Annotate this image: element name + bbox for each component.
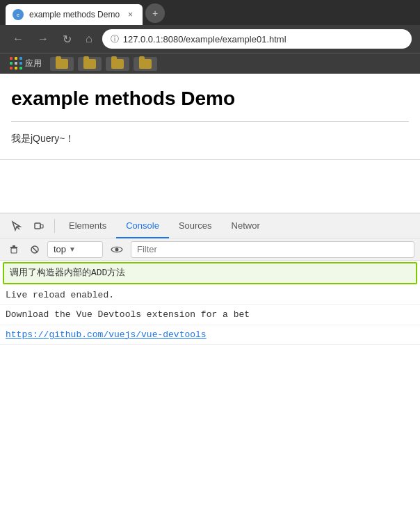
console-entry-2: Download the Vue Devtools extension for …	[0, 305, 420, 325]
svg-rect-4	[40, 225, 43, 228]
page-area: example methods Demo 我是jQuery~！	[0, 74, 420, 213]
home-button[interactable]: ⌂	[81, 30, 97, 48]
svg-text:e: e	[17, 13, 19, 17]
console-entry-text-0: 调用了构造器内部的ADD方法	[10, 266, 125, 280]
bookmark-item-4[interactable]	[134, 57, 157, 71]
devtools-toolbar: Elements Console Sources Networ	[0, 213, 420, 238]
context-selector[interactable]: top ▼	[47, 241, 103, 258]
browser-chrome: e example methods Demo × + ← → ↻ ⌂ ⓘ 127…	[0, 0, 420, 74]
console-entry-3: https://github.com/vuejs/vue-devtools	[0, 325, 420, 345]
context-text: top	[54, 244, 66, 254]
tab-sources[interactable]: Sources	[169, 213, 222, 238]
bookmark-item-3[interactable]	[106, 57, 129, 71]
svg-line-8	[33, 247, 38, 252]
apps-button[interactable]: 应用	[6, 56, 46, 72]
url-text: 127.0.0.1:8080/example/example01.html	[123, 34, 403, 44]
tab-title: example methods Demo	[29, 10, 120, 19]
console-entry-text-2: Download the Vue Devtools extension for …	[6, 308, 250, 322]
clear-console-button[interactable]	[6, 241, 22, 258]
block-console-button[interactable]	[26, 241, 43, 258]
console-entry-text-1: Live reload enabled.	[6, 288, 114, 302]
url-security-icon: ⓘ	[111, 33, 119, 45]
svg-marker-5	[10, 245, 17, 248]
device-toolbar-button[interactable]	[28, 215, 50, 236]
new-tab-button[interactable]: +	[145, 3, 165, 23]
bookmark-folder-icon	[56, 59, 68, 69]
back-button[interactable]: ←	[8, 30, 28, 48]
tab-console[interactable]: Console	[116, 213, 169, 238]
svg-point-9	[115, 247, 119, 251]
tab-close-button[interactable]: ×	[125, 8, 136, 21]
tab-elements[interactable]: Elements	[59, 213, 116, 238]
apps-grid-icon	[10, 57, 23, 70]
console-toolbar: top ▼	[0, 238, 420, 261]
filter-input[interactable]	[131, 241, 414, 258]
tab-bar: e example methods Demo × +	[0, 0, 420, 25]
context-arrow-icon: ▼	[69, 245, 76, 253]
bookmark-folder-icon-3	[111, 59, 124, 69]
console-output: 调用了构造器内部的ADD方法 Live reload enabled. Down…	[0, 261, 420, 390]
eye-button[interactable]	[107, 241, 127, 258]
bookmarks-bar: 应用	[0, 53, 420, 74]
bookmark-item-2[interactable]	[78, 57, 102, 71]
page-text: 我是jQuery~！	[11, 133, 409, 145]
forward-button[interactable]: →	[33, 30, 53, 48]
svg-rect-3	[35, 223, 40, 229]
toolbar-separator	[54, 219, 55, 233]
address-bar: ← → ↻ ⌂ ⓘ 127.0.0.1:8080/example/example…	[0, 25, 420, 53]
bookmark-folder-icon-2	[83, 59, 96, 69]
console-entry-1: Live reload enabled.	[0, 286, 420, 306]
tab-favicon: e	[13, 9, 24, 20]
devtools-panel: Elements Console Sources Networ top	[0, 213, 420, 390]
active-tab[interactable]: e example methods Demo ×	[6, 4, 143, 25]
refresh-button[interactable]: ↻	[58, 30, 76, 49]
page-heading: example methods Demo	[11, 88, 409, 110]
element-selector-button[interactable]	[6, 215, 28, 236]
svg-rect-6	[11, 248, 17, 253]
apps-label: 应用	[25, 58, 42, 70]
tab-network[interactable]: Networ	[222, 213, 270, 238]
url-bar[interactable]: ⓘ 127.0.0.1:8080/example/example01.html	[102, 29, 412, 49]
bookmark-item-1[interactable]	[50, 57, 74, 71]
page-content: example methods Demo 我是jQuery~！	[0, 74, 420, 160]
bookmark-folder-icon-4	[139, 59, 152, 69]
console-entry-0: 调用了构造器内部的ADD方法	[3, 262, 417, 284]
page-divider	[11, 121, 409, 122]
console-entry-link-3[interactable]: https://github.com/vuejs/vue-devtools	[6, 328, 207, 342]
